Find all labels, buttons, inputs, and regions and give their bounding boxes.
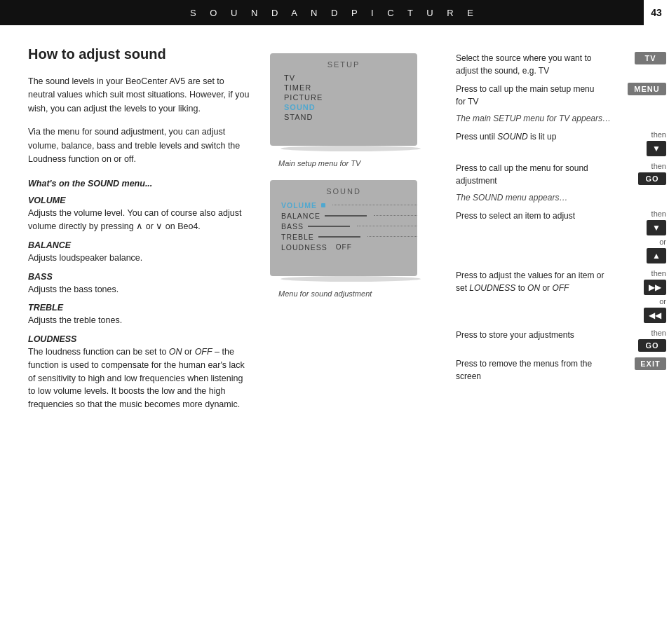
- sound-item-treble: TREBLE: [281, 231, 417, 242]
- loudness-item-label: LOUDNESS: [281, 243, 327, 252]
- sound-item-bass: BASS: [281, 221, 417, 231]
- sound-menu-caption: Menu for sound adjustment: [278, 289, 426, 298]
- bass-label: BASS: [28, 272, 252, 282]
- then-label-5: then: [651, 210, 666, 218]
- sound-appears-text: The SOUND menu appears…: [456, 193, 666, 203]
- page-number: 43: [644, 0, 669, 25]
- treble-label: TREBLE: [28, 303, 252, 313]
- or-label-5: or: [659, 238, 666, 246]
- sound-menu-list: VOLUME BALANCE BASS: [270, 200, 417, 262]
- header-bar: S O U N D A N D P I C T U R E 43: [0, 0, 669, 25]
- arrow-down-button-2[interactable]: ▼: [647, 220, 666, 235]
- treble-dotted: [367, 236, 417, 237]
- arrow-up-button-1[interactable]: ▲: [647, 248, 666, 263]
- setup-item-stand: STAND: [284, 112, 417, 122]
- volume-item-label: VOLUME: [281, 201, 317, 210]
- sound-menu-bottom: [270, 262, 417, 276]
- whats-on-label: What's on the SOUND menu...: [28, 179, 252, 189]
- sound-menu-header: SOUND: [270, 187, 417, 196]
- instruction-6-text: Press to adjust the values for an item o…: [456, 269, 604, 294]
- setup-item-picture: PICTURE: [284, 93, 417, 102]
- instruction-3-buttons: then ▼: [610, 130, 666, 156]
- instruction-2: Press to call up the main setup menu for…: [456, 83, 666, 108]
- then-label-7: then: [651, 329, 666, 337]
- right-column: Select the source where you want to adju…: [449, 46, 666, 413]
- bass-desc: Adjusts the bass tones.: [28, 283, 252, 296]
- go-button-2[interactable]: GO: [638, 339, 666, 352]
- instruction-1: Select the source where you want to adju…: [456, 52, 666, 77]
- setup-item-sound: SOUND: [284, 102, 417, 112]
- volume-bar-filled: [321, 203, 325, 207]
- instruction-1-text: Select the source where you want to adju…: [456, 52, 604, 77]
- intro-text-1: The sound levels in your BeoCenter AV5 a…: [28, 75, 252, 116]
- setup-menu-list: TV TIMER PICTURE SOUND STAND: [270, 73, 417, 132]
- volume-desc: Adjusts the volume level. You can of cou…: [28, 207, 252, 233]
- instruction-7-buttons: then GO: [610, 329, 666, 352]
- then-label-4: then: [651, 162, 666, 170]
- balance-bar: [325, 215, 367, 217]
- loudness-desc: The loudness function can be set to ON o…: [28, 345, 252, 411]
- then-label-3: then: [651, 130, 666, 139]
- instruction-1-buttons: TV: [610, 52, 666, 64]
- instruction-3: Press until SOUND is lit up then ▼: [456, 130, 666, 156]
- setup-menu-caption: Main setup menu for TV: [278, 159, 426, 167]
- balance-dotted: [374, 215, 417, 216]
- instruction-7: Press to store your adjustments then GO: [456, 329, 666, 352]
- instruction-3-text: Press until SOUND is lit up: [456, 130, 604, 143]
- instruction-5: Press to select an item to adjust then ▼…: [456, 210, 666, 263]
- page-heading: How to adjust sound: [28, 46, 252, 62]
- treble-bar: [318, 236, 360, 238]
- go-button-1[interactable]: GO: [638, 172, 666, 185]
- sound-menu-shadow: [281, 276, 421, 282]
- bass-dotted: [357, 226, 417, 226]
- instruction-8-buttons: EXIT: [610, 357, 666, 370]
- or-label-6: or: [659, 297, 666, 306]
- instruction-4-text: Press to call up the menu for sound adju…: [456, 162, 604, 187]
- menu-button[interactable]: MENU: [628, 83, 666, 95]
- instruction-5-buttons: then ▼ or ▲: [610, 210, 666, 263]
- then-label-6: then: [651, 269, 666, 278]
- loudness-value: OFF: [336, 243, 352, 251]
- balance-label: BALANCE: [28, 240, 252, 250]
- instruction-8: Press to remove the menus from the scree…: [456, 357, 666, 383]
- rew-button[interactable]: ◀◀: [644, 308, 666, 323]
- instruction-4: Press to call up the menu for sound adju…: [456, 162, 666, 187]
- instruction-8-text: Press to remove the menus from the scree…: [456, 357, 604, 383]
- instruction-5-text: Press to select an item to adjust: [456, 210, 604, 222]
- ff-button[interactable]: ▶▶: [644, 280, 666, 295]
- sound-item-volume: VOLUME: [281, 200, 417, 210]
- sound-item-balance: BALANCE: [281, 210, 417, 221]
- setup-menu-bottom: [270, 132, 417, 146]
- volume-dotted: [332, 205, 417, 205]
- setup-menu-container: SETUP TV TIMER PICTURE SOUND STAND: [270, 53, 431, 151]
- sound-item-loudness: LOUDNESS OFF: [281, 242, 417, 252]
- setup-menu-header: SETUP: [270, 60, 417, 69]
- bass-item-label: BASS: [281, 222, 304, 231]
- instruction-6: Press to adjust the values for an item o…: [456, 269, 666, 323]
- instruction-7-text: Press to store your adjustments: [456, 329, 604, 341]
- setup-menu-box: SETUP TV TIMER PICTURE SOUND STAND: [270, 53, 417, 146]
- intro-text-2: Via the menu for sound adjustment, you c…: [28, 125, 252, 166]
- bass-bar: [308, 226, 350, 227]
- balance-desc: Adjusts loudspeaker balance.: [28, 252, 252, 265]
- balance-item-label: BALANCE: [281, 212, 320, 220]
- left-column: How to adjust sound The sound levels in …: [28, 46, 252, 413]
- setup-item-timer: TIMER: [284, 83, 417, 93]
- loudness-label: LOUDNESS: [28, 334, 252, 344]
- sound-menu-container: SOUND VOLUME BALANCE BASS: [270, 180, 431, 282]
- instruction-6-buttons: then ▶▶ or ◀◀: [610, 269, 666, 323]
- main-content: How to adjust sound The sound levels in …: [0, 25, 669, 427]
- setup-appears-text: The main SETUP menu for TV appears…: [456, 114, 666, 123]
- tv-button[interactable]: TV: [635, 52, 666, 64]
- exit-button[interactable]: EXIT: [635, 357, 666, 370]
- treble-desc: Adjusts the treble tones.: [28, 314, 252, 327]
- volume-label: VOLUME: [28, 196, 252, 205]
- arrow-down-button-1[interactable]: ▼: [647, 141, 666, 156]
- instruction-2-buttons: MENU: [610, 83, 666, 95]
- setup-menu-shadow: [281, 146, 421, 151]
- center-column: SETUP TV TIMER PICTURE SOUND STAND Main …: [252, 46, 449, 413]
- instruction-2-text: Press to call up the main setup menu for…: [456, 83, 604, 108]
- treble-item-label: TREBLE: [281, 233, 314, 241]
- header-title: S O U N D A N D P I C T U R E: [190, 8, 479, 18]
- setup-item-tv: TV: [284, 73, 417, 83]
